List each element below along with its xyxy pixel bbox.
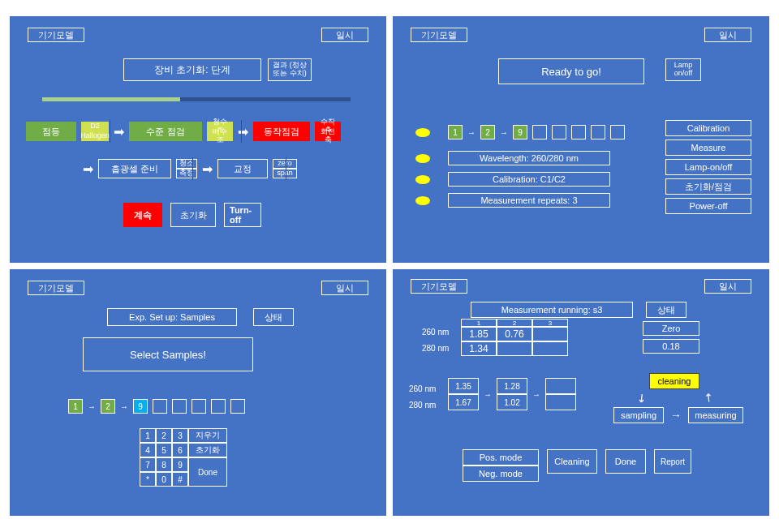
arrow-icon: ↖	[701, 389, 717, 405]
cleaning-button[interactable]: Cleaning	[547, 449, 597, 474]
status-dot-icon	[415, 175, 430, 184]
datetime-label: 일시	[704, 28, 751, 42]
datetime-label: 일시	[321, 281, 368, 295]
calibration-value: Calibration: C1/C2	[448, 172, 610, 187]
r260-2: 0.76	[497, 327, 532, 341]
arrow-right-icon: →	[670, 409, 682, 422]
arrow-right-icon: ➡	[83, 161, 93, 177]
arrow-right-icon: →	[88, 402, 96, 411]
power-off-button[interactable]: Power-off	[665, 198, 751, 214]
datetime-label: 일시	[704, 279, 751, 294]
arrow-icon: ↙	[633, 389, 648, 405]
seq-empty[interactable]	[571, 125, 586, 139]
arrow-right-icon: →	[500, 128, 508, 137]
panel-setup: 기기모델 일시 Exp. Set up: Samples 상태 Select S…	[10, 269, 386, 516]
continue-button[interactable]: 계속	[123, 203, 162, 227]
divider	[286, 157, 286, 180]
model-label: 기기모델	[28, 281, 84, 295]
seq-2[interactable]: 2	[480, 125, 495, 139]
arrow-right-icon: ➡	[238, 124, 248, 139]
arrow-right-icon: →	[532, 390, 540, 399]
running-title: Measurement running: s3	[471, 302, 633, 318]
wastewater-label: 배수조	[207, 131, 233, 141]
key-3[interactable]: 3	[172, 428, 188, 443]
ready-title: Ready to go!	[498, 58, 644, 84]
panel-init: 기기모델 일시 장비 초기화: 단계 결과 (정상 또는 수치) 점등 D2 H…	[10, 16, 386, 263]
key-init[interactable]: 초기화	[188, 443, 227, 457]
r260-3	[532, 327, 568, 341]
seq-empty[interactable]	[591, 125, 605, 139]
arrow-right-icon: ➡	[202, 161, 213, 177]
seq-empty[interactable]	[532, 125, 547, 139]
key-6[interactable]: 6	[172, 443, 188, 457]
panel-ready: 기기모델 일시 Ready to go! Lamp on/off 1 → 2 →…	[393, 16, 769, 263]
done-button[interactable]: Done	[605, 449, 646, 474]
cleaning-state: cleaning	[649, 373, 699, 389]
zero-label: Zero	[643, 321, 699, 336]
pos-mode-button[interactable]: Pos. mode	[463, 449, 539, 466]
seq-empty[interactable]	[153, 399, 167, 414]
key-9[interactable]: 9	[172, 457, 188, 472]
select-prompt: Select Samples!	[83, 337, 253, 371]
d2-label: D2	[81, 122, 109, 131]
datetime-label: 일시	[321, 28, 368, 42]
row260-label: 260 nm	[422, 328, 449, 337]
key-done[interactable]: Done	[188, 457, 227, 487]
halogen-label: Hallogen	[81, 131, 109, 141]
wavelength-value: Wavelength: 260/280 nm	[448, 151, 610, 165]
key-2[interactable]: 2	[156, 428, 172, 443]
measure-button[interactable]: Measure	[665, 139, 751, 156]
divider	[110, 120, 110, 143]
span-label: span	[273, 169, 297, 178]
seq-empty[interactable]	[211, 399, 226, 414]
neg-mode-button[interactable]: Neg. mode	[463, 466, 539, 482]
seq-9[interactable]: 9	[513, 125, 527, 139]
lamp-onoff-indicator[interactable]: Lamp on/off	[665, 58, 701, 81]
seq-9[interactable]: 9	[133, 399, 148, 414]
status-dot-icon	[415, 154, 430, 163]
init-check-button[interactable]: 초기화/점검	[665, 178, 751, 195]
status-dot-icon	[415, 128, 430, 137]
lamp-button[interactable]: Lamp-on/off	[665, 159, 751, 175]
divider	[192, 157, 193, 180]
key-8[interactable]: 8	[156, 457, 172, 472]
seq-empty[interactable]	[172, 399, 187, 414]
key-1[interactable]: 1	[140, 428, 156, 443]
t280-3	[545, 394, 576, 410]
key-clear[interactable]: 지우기	[188, 428, 227, 443]
report-button[interactable]: Report	[654, 449, 691, 474]
init-title: 장비 초기화: 단계	[123, 58, 261, 81]
initialize-button[interactable]: 초기화	[170, 203, 216, 227]
calibration-step: 교정	[217, 159, 268, 178]
motion-check-step: 동작점검	[253, 122, 310, 141]
arrow-right-icon: →	[120, 402, 128, 411]
calibration-button[interactable]: Calibration	[665, 120, 751, 136]
row280-label-2: 280 nm	[409, 401, 436, 410]
t260-2: 1.28	[497, 378, 527, 394]
seq-2[interactable]: 2	[101, 399, 115, 414]
key-4[interactable]: 4	[140, 443, 156, 457]
key-0[interactable]: 0	[156, 472, 172, 487]
t260-1: 1.35	[448, 378, 479, 394]
t280-1: 1.67	[448, 394, 479, 410]
turnoff-button[interactable]: Turn-off	[224, 203, 261, 227]
seq-empty[interactable]	[610, 125, 625, 139]
key-5[interactable]: 5	[156, 443, 172, 457]
key-7[interactable]: 7	[140, 457, 156, 472]
arrow-right-icon: →	[484, 390, 492, 399]
sampling-state: sampling	[613, 407, 664, 423]
seq-empty[interactable]	[192, 399, 206, 414]
seq-1[interactable]: 1	[68, 399, 83, 414]
arrow-right-icon: ➡	[114, 124, 124, 139]
col-2: 2	[497, 319, 532, 327]
key-hash[interactable]: #	[172, 472, 188, 487]
seq-empty[interactable]	[230, 399, 245, 414]
row280-label: 280 nm	[422, 344, 449, 353]
status-dot-icon	[415, 196, 430, 205]
model-label: 기기모델	[28, 28, 84, 42]
r280-2	[497, 341, 532, 356]
status-label: 상태	[253, 308, 294, 326]
seq-1[interactable]: 1	[448, 125, 463, 139]
seq-empty[interactable]	[552, 125, 566, 139]
key-star[interactable]: *	[140, 472, 156, 487]
